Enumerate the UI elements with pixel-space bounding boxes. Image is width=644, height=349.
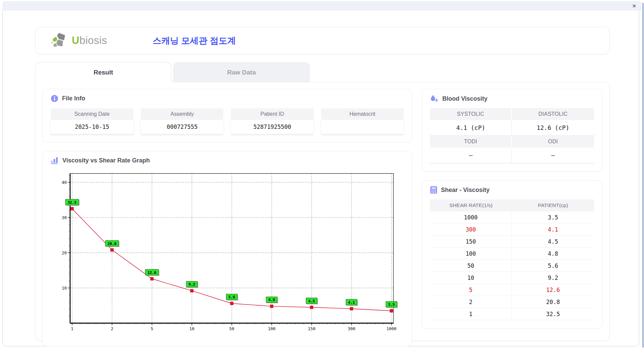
shear-rate-cell: 2 xyxy=(430,296,512,308)
shear-table-header: SHEAR RATE(1/s)PATIENT(cp) xyxy=(430,199,594,211)
patient-viscosity-cell: 9.2 xyxy=(512,272,594,284)
metric-label: TODI xyxy=(430,136,512,148)
metric-value: – xyxy=(430,148,512,163)
file-info-title-text: File Info xyxy=(62,95,85,102)
patient-viscosity-cell: 4.1 xyxy=(512,223,594,236)
page: Ubiosis 스캐닝 모세관 점도계 Result Raw Data File… xyxy=(0,10,644,349)
svg-text:4.1: 4.1 xyxy=(348,300,355,305)
file-info-field-value xyxy=(321,120,404,134)
file-info-field-label: Assembly xyxy=(141,108,224,120)
patient-viscosity-cell: 20.8 xyxy=(512,296,594,308)
file-info-field: Hematocrit xyxy=(321,108,404,134)
file-info-field-value: 000727555 xyxy=(141,120,224,134)
svg-text:32.5: 32.5 xyxy=(68,200,77,205)
metric-value: – xyxy=(512,148,594,163)
viscosity-chart: 102030401251050100150300100032.520.812.6… xyxy=(51,169,404,338)
main-panel: File Info Scanning Date2025-10-15Assembl… xyxy=(35,82,609,341)
shear-viscosity-table: SHEAR RATE(1/s)PATIENT(cp)10003.53004.11… xyxy=(430,199,594,320)
blood-viscosity-value-row: 4.1 (cP)12.6 (cP) xyxy=(430,120,594,136)
metric-value: 4.1 (cP) xyxy=(430,120,512,136)
shear-table-header-cell: SHEAR RATE(1/s) xyxy=(430,199,512,211)
header-card: Ubiosis 스캐닝 모세관 점도계 xyxy=(35,27,609,54)
window-titlebar: ✕ xyxy=(3,1,641,10)
metric-label: ODI xyxy=(512,136,594,148)
svg-text:5: 5 xyxy=(151,326,153,331)
shear-rate-cell: 100 xyxy=(430,248,512,260)
info-icon xyxy=(51,95,58,102)
file-info-field: Assembly000727555 xyxy=(141,108,224,134)
svg-text:50: 50 xyxy=(229,326,234,331)
shear-viscosity-title: Shear - Viscosity xyxy=(430,186,594,194)
file-info-title: File Info xyxy=(51,95,404,102)
ubiosis-logo-text: Ubiosis xyxy=(72,35,107,47)
patient-viscosity-cell: 4.8 xyxy=(512,248,594,260)
svg-text:30: 30 xyxy=(62,215,67,220)
tab-bar: Result Raw Data xyxy=(35,62,644,82)
shear-rate-cell: 150 xyxy=(430,236,512,248)
ubiosis-logo: Ubiosis xyxy=(50,32,126,49)
svg-text:20.8: 20.8 xyxy=(108,242,117,246)
tab-raw-data[interactable]: Raw Data xyxy=(173,62,310,82)
svg-text:300: 300 xyxy=(348,326,356,331)
svg-text:40: 40 xyxy=(62,180,67,185)
blood-viscosity-value-row: –– xyxy=(430,148,594,163)
patient-viscosity-cell: 5.6 xyxy=(512,260,594,272)
svg-text:12.6: 12.6 xyxy=(148,270,157,275)
close-icon[interactable]: ✕ xyxy=(632,3,636,9)
shear-table-row: 1004.8 xyxy=(430,248,594,260)
blood-viscosity-header-row: TODIODI xyxy=(430,136,594,148)
file-info-card: File Info Scanning Date2025-10-15Assembl… xyxy=(42,89,412,142)
svg-text:1: 1 xyxy=(71,326,73,331)
viscosity-chart-svg: 102030401251050100150300100032.520.812.6… xyxy=(51,169,399,337)
metric-label: SYSTOLIC xyxy=(430,108,512,120)
svg-text:1000: 1000 xyxy=(386,326,396,331)
file-info-field: Patient ID52871925500 xyxy=(231,108,314,134)
droplets-icon xyxy=(430,95,439,103)
metric-value: 12.6 (cP) xyxy=(512,120,594,136)
shear-table-row: 220.8 xyxy=(430,296,594,308)
shear-table-row: 1504.5 xyxy=(430,236,594,248)
shear-rate-cell: 10 xyxy=(430,272,512,284)
left-column: File Info Scanning Date2025-10-15Assembl… xyxy=(42,89,412,334)
blood-viscosity-header-row: SYSTOLICDIASTOLIC xyxy=(430,108,594,120)
blood-viscosity-card: Blood Viscosity SYSTOLICDIASTOLIC4.1 (cP… xyxy=(422,89,602,171)
right-column: Blood Viscosity SYSTOLICDIASTOLIC4.1 (cP… xyxy=(422,89,602,334)
patient-viscosity-cell: 4.5 xyxy=(512,236,594,248)
ubiosis-logo-icon xyxy=(50,32,70,49)
graph-card: Viscosity vs Shear Rate Graph 1020304012… xyxy=(42,151,412,346)
shear-table-header-cell: PATIENT(cp) xyxy=(512,199,594,211)
app-title: 스캐닝 모세관 점도계 xyxy=(153,35,236,47)
svg-text:10: 10 xyxy=(189,326,194,331)
metric-label: DIASTOLIC xyxy=(512,108,594,120)
file-info-field-value: 2025-10-15 xyxy=(51,120,133,134)
svg-text:9.2: 9.2 xyxy=(189,282,195,287)
shear-viscosity-title-text: Shear - Viscosity xyxy=(441,187,490,194)
graph-title: Viscosity vs Shear Rate Graph xyxy=(51,157,404,164)
shear-table-row: 505.6 xyxy=(430,260,594,272)
blood-viscosity-table: SYSTOLICDIASTOLIC4.1 (cP)12.6 (cP)TODIOD… xyxy=(430,108,594,163)
patient-viscosity-cell: 32.5 xyxy=(512,308,594,320)
file-info-field: Scanning Date2025-10-15 xyxy=(51,108,133,134)
svg-text:4.5: 4.5 xyxy=(308,299,315,303)
svg-text:10: 10 xyxy=(62,286,67,291)
shear-table-row: 3004.1 xyxy=(430,223,594,236)
patient-viscosity-cell: 12.6 xyxy=(512,284,594,296)
svg-text:4.8: 4.8 xyxy=(268,298,275,302)
file-info-field-label: Patient ID xyxy=(231,108,314,120)
calculator-icon xyxy=(430,186,437,194)
file-info-field-label: Scanning Date xyxy=(51,108,133,120)
svg-text:2: 2 xyxy=(111,326,113,331)
scrollbar[interactable] xyxy=(642,3,644,348)
tab-result[interactable]: Result xyxy=(35,62,171,82)
shear-table-row: 132.5 xyxy=(430,308,594,320)
file-info-fields: Scanning Date2025-10-15Assembly000727555… xyxy=(51,108,404,134)
svg-text:100: 100 xyxy=(268,326,276,331)
shear-table-row: 512.6 xyxy=(430,284,594,296)
svg-text:3.5: 3.5 xyxy=(388,302,395,307)
patient-viscosity-cell: 3.5 xyxy=(512,211,594,223)
shear-table-row: 109.2 xyxy=(430,272,594,284)
shear-rate-cell: 1000 xyxy=(430,211,512,223)
shear-viscosity-card: Shear - Viscosity SHEAR RATE(1/s)PATIENT… xyxy=(422,180,602,329)
blood-viscosity-title-text: Blood Viscosity xyxy=(442,95,488,102)
shear-rate-cell: 1 xyxy=(430,308,512,320)
